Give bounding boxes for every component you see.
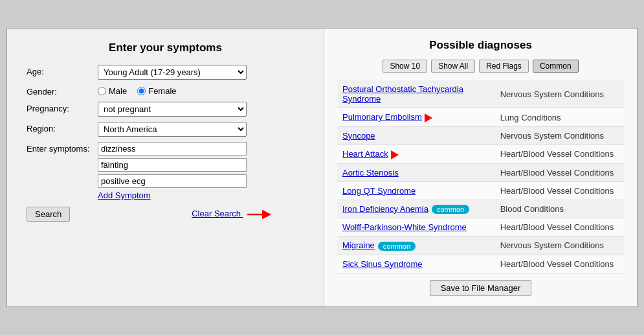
table-row: SyncopeNervous System Conditions <box>337 126 624 144</box>
category-cell: Heart/Blood Vessel Conditions <box>495 218 624 237</box>
right-title: Possible diagnoses <box>337 39 624 52</box>
red-flag-icon <box>425 113 432 122</box>
gender-row: Gender: Male Female <box>27 85 304 97</box>
gender-male-label[interactable]: Male <box>98 86 127 96</box>
main-container: Enter your symptoms Age: Young Adult (17… <box>6 28 638 306</box>
diagnosis-table: Postural Orthostatic Tachycardia Syndrom… <box>337 80 624 273</box>
save-to-file-manager-button[interactable]: Save to File Manager <box>430 280 532 296</box>
diagnosis-link[interactable]: Iron Deficiency Anemia <box>342 204 428 214</box>
add-symptom-link[interactable]: Add Symptom <box>98 191 151 200</box>
category-cell: Nervous System Conditions <box>495 80 624 108</box>
pregnancy-label: Pregnancy: <box>27 102 98 113</box>
red-flag-icon <box>391 150 399 159</box>
left-title: Enter your symptoms <box>27 41 304 54</box>
diagnosis-link[interactable]: Sick Sinus Syndrome <box>342 259 423 269</box>
clear-search-link[interactable]: Clear Search <box>192 209 271 220</box>
symptoms-label: Enter symptoms: <box>27 142 98 154</box>
region-label: Region: <box>27 122 98 133</box>
category-cell: Heart/Blood Vessel Conditions <box>495 181 624 200</box>
diagnosis-link[interactable]: Wolff-Parkinson-White Syndrome <box>342 222 467 232</box>
diagnosis-link[interactable]: Postural Orthostatic Tachycardia Syndrom… <box>342 84 463 104</box>
gender-female-radio[interactable] <box>137 87 146 95</box>
common-badge: common <box>378 242 416 251</box>
category-cell: Nervous System Conditions <box>495 237 624 255</box>
diagnosis-link[interactable]: Migraine <box>342 240 375 250</box>
diagnosis-link[interactable]: Pulmonary Embolism <box>342 112 422 122</box>
search-row: Search Clear Search <box>27 207 304 222</box>
common-badge: common <box>432 205 469 214</box>
common-button[interactable]: Common <box>533 60 579 73</box>
right-panel: Possible diagnoses Show 10 Show All Red … <box>324 29 637 306</box>
diagnosis-link[interactable]: Long QT Syndrome <box>342 186 416 196</box>
category-cell: Heart/Blood Vessel Conditions <box>495 163 624 181</box>
table-row: Pulmonary EmbolismLung Conditions <box>337 108 624 127</box>
diagnosis-link[interactable]: Aortic Stenosis <box>342 168 399 178</box>
show10-button[interactable]: Show 10 <box>383 60 427 73</box>
category-cell: Nervous System Conditions <box>495 126 624 144</box>
category-cell: Heart/Blood Vessel Conditions <box>495 144 624 163</box>
table-row: Postural Orthostatic Tachycardia Syndrom… <box>337 80 624 108</box>
symptoms-control: Add Symptom <box>98 142 304 200</box>
table-row: Heart AttackHeart/Blood Vessel Condition… <box>337 144 624 163</box>
diagnosis-link[interactable]: Syncope <box>342 131 375 141</box>
clear-search-arrow-icon <box>247 209 271 220</box>
pregnancy-row: Pregnancy: not pregnantpregnant <box>27 102 304 117</box>
category-cell: Blood Conditions <box>495 200 624 218</box>
region-control: North AmericaEuropeAfricaAsiaSouth Ameri… <box>98 122 304 137</box>
search-button[interactable]: Search <box>27 207 70 222</box>
region-select[interactable]: North AmericaEuropeAfricaAsiaSouth Ameri… <box>98 122 247 137</box>
age-row: Age: Young Adult (17-29 years)Child (0-1… <box>27 65 304 80</box>
category-cell: Heart/Blood Vessel Conditions <box>495 255 624 273</box>
symptom-input-1[interactable] <box>98 142 247 156</box>
table-row: Aortic StenosisHeart/Blood Vessel Condit… <box>337 163 624 181</box>
left-panel: Enter your symptoms Age: Young Adult (17… <box>7 29 324 306</box>
table-row: Wolff-Parkinson-White SyndromeHeart/Bloo… <box>337 218 624 237</box>
gender-male-radio[interactable] <box>98 87 106 95</box>
region-row: Region: North AmericaEuropeAfricaAsiaSou… <box>27 122 304 137</box>
category-cell: Lung Conditions <box>495 108 624 127</box>
symptom-inputs <box>98 142 304 188</box>
red-flags-button[interactable]: Red Flags <box>479 60 529 73</box>
save-btn-row: Save to File Manager <box>337 280 624 296</box>
age-label: Age: <box>27 65 98 76</box>
pregnancy-select[interactable]: not pregnantpregnant <box>98 102 247 117</box>
gender-control: Male Female <box>98 85 304 96</box>
filter-buttons: Show 10 Show All Red Flags Common <box>337 60 624 73</box>
diagnosis-link[interactable]: Heart Attack <box>342 149 388 159</box>
gender-male-text: Male <box>109 86 127 96</box>
pregnancy-control: not pregnantpregnant <box>98 102 304 117</box>
symptom-input-3[interactable] <box>98 174 247 188</box>
symptom-input-2[interactable] <box>98 158 247 172</box>
table-row: MigrainecommonNervous System Conditions <box>337 237 624 255</box>
age-control: Young Adult (17-29 years)Child (0-11 yea… <box>98 65 304 80</box>
table-row: Long QT SyndromeHeart/Blood Vessel Condi… <box>337 181 624 200</box>
show-all-button[interactable]: Show All <box>431 60 475 73</box>
table-row: Sick Sinus SyndromeHeart/Blood Vessel Co… <box>337 255 624 273</box>
gender-female-label[interactable]: Female <box>137 86 176 96</box>
symptoms-row: Enter symptoms: Add Symptom <box>27 142 304 200</box>
gender-label: Gender: <box>27 85 98 97</box>
gender-female-text: Female <box>148 86 176 96</box>
age-select[interactable]: Young Adult (17-29 years)Child (0-11 yea… <box>98 65 247 80</box>
table-row: Iron Deficiency AnemiacommonBlood Condit… <box>337 200 624 218</box>
